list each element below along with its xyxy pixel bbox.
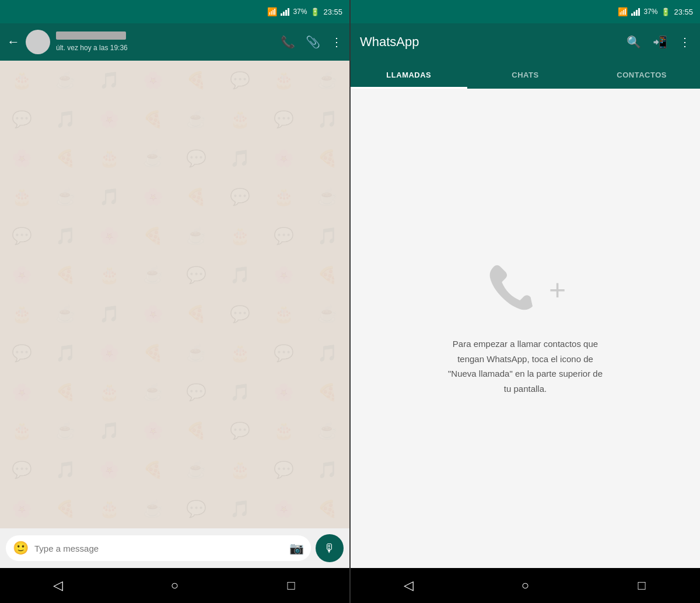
right-phone: 📶 37% 🔋 23:55 WhatsApp 🔍 📲 ⋮ LLAMADAS CH… xyxy=(351,0,700,603)
back-nav-button[interactable] xyxy=(394,574,424,597)
message-input-box[interactable]: 🙂 📷 xyxy=(6,535,311,561)
mic-button[interactable]: 🎙 xyxy=(316,534,344,562)
mic-icon: 🎙 xyxy=(324,542,335,555)
tab-chats[interactable]: CHATS xyxy=(467,61,584,89)
chat-input-bar: 🙂 📷 🎙 xyxy=(0,528,349,568)
battery-percent: 37% xyxy=(293,8,307,16)
home-nav-button[interactable] xyxy=(160,574,189,597)
avatar xyxy=(26,30,50,54)
whatsapp-title: WhatsApp xyxy=(360,34,620,50)
contact-info: últ. vez hoy a las 19:36 xyxy=(56,31,275,52)
right-bottom-nav xyxy=(351,568,700,603)
back-nav-button[interactable] xyxy=(44,574,73,597)
more-options-icon[interactable]: ⋮ xyxy=(331,35,342,49)
camera-icon[interactable]: 📷 xyxy=(289,541,304,555)
header-icons: 📞 📎 ⋮ xyxy=(281,35,342,49)
contact-name-bar xyxy=(56,31,126,40)
battery-icon: 🔋 xyxy=(310,8,320,16)
signal-icon xyxy=(281,8,289,16)
left-bottom-nav xyxy=(0,568,349,603)
whatsapp-header-icons: 🔍 📲 ⋮ xyxy=(626,35,691,49)
wifi-icon: 📶 xyxy=(267,7,277,16)
calls-empty-description: Para empezar a llamar contactos que teng… xyxy=(432,336,619,396)
status-time: 23:55 xyxy=(323,8,342,16)
emoji-icon[interactable]: 🙂 xyxy=(13,541,29,556)
phone-empty-icon xyxy=(485,261,543,319)
tab-contactos[interactable]: CONTACTOS xyxy=(583,61,700,89)
back-button[interactable]: ← xyxy=(7,34,20,50)
call-icon[interactable]: 📞 xyxy=(281,35,295,49)
new-call-icon[interactable]: 📲 xyxy=(653,35,667,49)
whatsapp-header: WhatsApp 🔍 📲 ⋮ xyxy=(351,23,700,61)
wifi-icon: 📶 xyxy=(618,7,628,16)
more-options-icon[interactable]: ⋮ xyxy=(679,35,691,49)
battery-icon: 🔋 xyxy=(661,8,670,16)
signal-icon xyxy=(631,8,640,16)
chat-background-pattern: 🎂☕🎵🌸🍕💬🎂☕ 💬🎵🌸🍕☕🎂💬🎵 🌸🍕🎂☕💬🎵🌸🍕 🎂☕🎵🌸🍕💬🎂☕ 💬🎵🌸🍕… xyxy=(0,61,349,528)
recents-nav-button[interactable] xyxy=(276,574,306,597)
home-nav-button[interactable] xyxy=(510,574,540,597)
right-status-bar: 📶 37% 🔋 23:55 xyxy=(351,0,700,23)
contact-status: últ. vez hoy a las 19:36 xyxy=(56,44,128,52)
left-phone: 📶 37% 🔋 23:55 ← últ. vez hoy a las 19:36… xyxy=(0,0,349,603)
search-icon[interactable]: 🔍 xyxy=(626,35,641,49)
chat-body: 🎂☕🎵🌸🍕💬🎂☕ 💬🎵🌸🍕☕🎂💬🎵 🌸🍕🎂☕💬🎵🌸🍕 🎂☕🎵🌸🍕💬🎂☕ 💬🎵🌸🍕… xyxy=(0,61,349,528)
status-time: 23:55 xyxy=(674,8,693,16)
plus-icon: + xyxy=(549,275,566,304)
battery-percent: 37% xyxy=(643,8,657,16)
whatsapp-tabs: LLAMADAS CHATS CONTACTOS xyxy=(351,61,700,89)
chat-header: ← últ. vez hoy a las 19:36 📞 📎 ⋮ xyxy=(0,23,349,61)
calls-empty-icon: + xyxy=(485,261,566,319)
calls-empty-state: + Para empezar a llamar contactos que te… xyxy=(351,89,700,568)
recents-nav-button[interactable] xyxy=(627,574,656,597)
message-input[interactable] xyxy=(34,544,284,553)
left-status-bar: 📶 37% 🔋 23:55 xyxy=(0,0,349,23)
paperclip-icon[interactable]: 📎 xyxy=(306,35,320,49)
tab-llamadas[interactable]: LLAMADAS xyxy=(351,61,467,89)
